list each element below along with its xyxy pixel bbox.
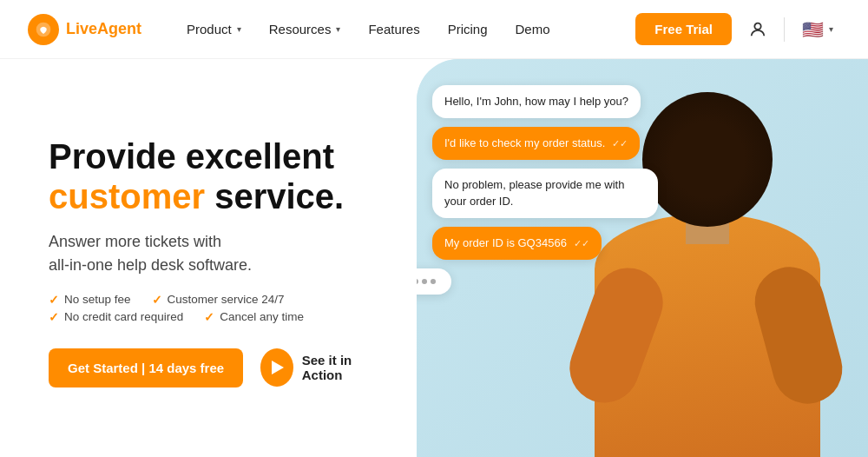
user-account-icon[interactable]	[742, 14, 773, 45]
feature-label: No credit card required	[64, 310, 183, 323]
feature-row-1: ✓ No setup fee ✓ Customer service 24/7	[49, 293, 382, 307]
free-trial-button[interactable]: Free Trial	[635, 13, 732, 45]
nav-resources-label: Resources	[269, 22, 332, 36]
nav-item-demo[interactable]: Demo	[505, 15, 561, 43]
chat-row-typing	[417, 268, 660, 295]
feature-cancel: ✓ Cancel any time	[204, 310, 304, 324]
chat-bubble-2: I'd like to check my order status. ✓✓	[432, 127, 640, 160]
check-icon: ✓	[152, 293, 162, 307]
check-icon: ✓	[49, 293, 59, 307]
user-svg	[748, 20, 767, 39]
feature-no-credit: ✓ No credit card required	[49, 310, 183, 324]
nav-right: Free Trial 🇺🇸 ▾	[635, 13, 840, 45]
nav-demo-label: Demo	[516, 22, 550, 36]
nav-product-label: Product	[187, 22, 232, 36]
chat-overlay: Hello, I'm John, how may I help you? I'd…	[417, 85, 660, 295]
typing-dot-1	[417, 279, 418, 284]
see-action-button[interactable]: See it in Action	[260, 348, 382, 387]
feature-customer-service: ✓ Customer service 24/7	[152, 293, 285, 307]
nav-item-features[interactable]: Features	[358, 15, 430, 43]
chat-bubble-3: No problem, please provide me with your …	[432, 169, 658, 217]
nav-item-pricing[interactable]: Pricing	[437, 15, 498, 43]
get-started-button[interactable]: Get Started | 14 days free	[49, 348, 243, 387]
bubble-text: Hello, I'm John, how may I help you?	[444, 95, 628, 108]
woman-hair	[642, 92, 773, 227]
nav-item-product[interactable]: Product ▾	[176, 15, 252, 43]
feature-label: No setup fee	[64, 293, 131, 306]
bubble-text: I'd like to check my order status.	[444, 136, 605, 149]
chevron-down-icon: ▾	[237, 24, 241, 34]
nav-links: Product ▾ Resources ▾ Features Pricing D…	[176, 15, 635, 43]
hero-title-highlight: customer	[49, 177, 205, 215]
hero-title: Provide excellent customer service.	[49, 136, 382, 216]
typing-dot-3	[431, 279, 436, 284]
logo-icon	[28, 14, 59, 45]
hero-content: Provide excellent customer service. Answ…	[0, 59, 417, 457]
logo-text: LiveAgent	[66, 20, 141, 38]
hero-title-line1: Provide excellent	[49, 137, 334, 176]
logo-live: Live	[66, 20, 97, 37]
hero-subtitle-line2: all-in-one help desk software.	[49, 256, 252, 274]
logo-agent: Agent	[97, 20, 141, 37]
feature-label: Cancel any time	[220, 310, 304, 323]
feature-label: Customer service 24/7	[168, 293, 285, 306]
play-icon[interactable]	[260, 348, 293, 387]
bubble-text: No problem, please provide me with your …	[444, 178, 624, 207]
nav-item-resources[interactable]: Resources ▾	[259, 15, 352, 43]
logo-svg	[35, 21, 52, 38]
read-tick-2: ✓✓	[574, 238, 589, 248]
chevron-down-icon: ▾	[336, 24, 340, 34]
logo[interactable]: LiveAgent	[28, 14, 141, 45]
hero-image-area: Hello, I'm John, how may I help you? I'd…	[417, 59, 868, 457]
chat-bubble-4: My order ID is GQ34566 ✓✓	[432, 227, 602, 260]
hero-subtitle: Answer more tickets with all-in-one help…	[49, 230, 382, 277]
typing-bubble	[417, 268, 451, 295]
play-triangle	[272, 361, 284, 374]
chat-row-3: No problem, please provide me with your …	[417, 169, 660, 217]
chat-row-4: My order ID is GQ34566 ✓✓	[417, 227, 660, 260]
flag-icon: 🇺🇸	[802, 19, 824, 40]
hero-features: ✓ No setup fee ✓ Customer service 24/7 ✓…	[49, 293, 382, 324]
chat-row-1: Hello, I'm John, how may I help you?	[417, 85, 660, 118]
chevron-down-icon: ▾	[829, 24, 833, 34]
feature-no-setup: ✓ No setup fee	[49, 293, 131, 307]
nav-pricing-label: Pricing	[448, 22, 488, 36]
nav-divider	[784, 17, 785, 42]
typing-dot-2	[422, 279, 427, 284]
svg-point-1	[754, 23, 760, 29]
cta-row: Get Started | 14 days free See it in Act…	[49, 348, 382, 387]
bubble-text: My order ID is GQ34566	[444, 236, 567, 249]
chat-bubble-1: Hello, I'm John, how may I help you?	[432, 85, 641, 118]
hero-title-line2: service.	[205, 177, 344, 215]
read-tick: ✓✓	[612, 138, 628, 149]
feature-row-2: ✓ No credit card required ✓ Cancel any t…	[49, 310, 382, 324]
navbar: LiveAgent Product ▾ Resources ▾ Features…	[0, 0, 868, 59]
hero-section: Provide excellent customer service. Answ…	[0, 59, 868, 457]
check-icon: ✓	[204, 310, 214, 324]
nav-features-label: Features	[368, 22, 419, 36]
check-icon: ✓	[49, 310, 59, 324]
see-action-label: See it in Action	[302, 353, 382, 382]
hero-subtitle-line1: Answer more tickets with	[49, 233, 221, 250]
chat-row-2: I'd like to check my order status. ✓✓	[417, 127, 660, 160]
language-selector[interactable]: 🇺🇸 ▾	[795, 16, 840, 43]
